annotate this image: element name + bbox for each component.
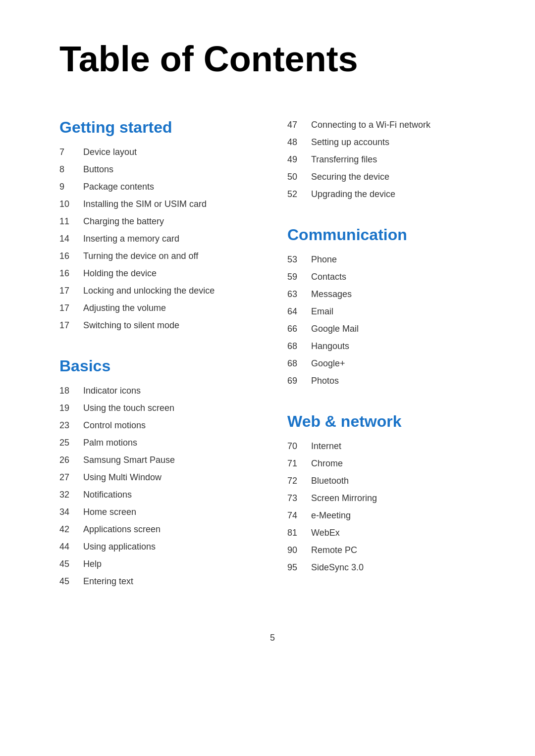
toc-page-number: 17 (59, 302, 83, 315)
toc-entry-text: Switching to silent mode (83, 319, 179, 332)
toc-entry-text: e-Meeting (311, 509, 351, 522)
toc-entry-text: Inserting a memory card (83, 232, 179, 246)
toc-page-number: 25 (59, 436, 83, 450)
toc-entry-text: Using applications (83, 540, 156, 554)
toc-page-number: 72 (287, 474, 311, 488)
toc-item: 9Package contents (59, 180, 258, 194)
toc-entry-text: Adjusting the volume (83, 302, 166, 315)
toc-entry-text: Setting up accounts (311, 136, 389, 149)
section-title-basics: Basics (59, 357, 258, 375)
toc-page-number: 11 (59, 215, 83, 228)
toc-item: 64Email (287, 305, 485, 318)
toc-page-number: 16 (59, 250, 83, 263)
toc-entry-text: Indicator icons (83, 384, 141, 398)
toc-entry-text: Locking and unlocking the device (83, 284, 214, 298)
toc-page-number: 9 (59, 180, 83, 194)
toc-page-number: 50 (287, 170, 311, 184)
toc-entry-text: Messages (311, 288, 352, 301)
toc-entry-text: Help (83, 557, 102, 571)
toc-page-number: 44 (59, 540, 83, 554)
toc-item: 48Setting up accounts (287, 136, 485, 149)
toc-page-number: 45 (59, 557, 83, 571)
toc-entry-text: Upgrading the device (311, 188, 395, 201)
toc-item: 69Photos (287, 374, 485, 388)
toc-item: 52Upgrading the device (287, 188, 485, 201)
toc-page-number: 34 (59, 505, 83, 519)
toc-item: 17Switching to silent mode (59, 319, 258, 332)
toc-page-number: 64 (287, 305, 311, 318)
toc-item: 47Connecting to a Wi-Fi network (287, 118, 485, 132)
toc-entry-text: Securing the device (311, 170, 389, 184)
toc-entry-text: Photos (311, 374, 339, 388)
toc-page-number: 27 (59, 471, 83, 484)
toc-entry-text: Transferring files (311, 153, 377, 166)
section-title-communication: Communication (287, 226, 485, 244)
toc-entry-text: SideSync 3.0 (311, 561, 364, 574)
toc-entry-text: Control motions (83, 419, 146, 432)
toc-item: 90Remote PC (287, 544, 485, 557)
toc-entry-text: Device layout (83, 146, 137, 159)
toc-page-number: 69 (287, 374, 311, 388)
toc-entry-text: Chrome (311, 457, 343, 470)
toc-page-number: 8 (59, 163, 83, 176)
toc-item: 44Using applications (59, 540, 258, 554)
toc-entry-text: Remote PC (311, 544, 357, 557)
toc-item: 7Device layout (59, 146, 258, 159)
toc-item: 72Bluetooth (287, 474, 485, 488)
toc-item: 70Internet (287, 440, 485, 453)
toc-page-number: 42 (59, 523, 83, 536)
toc-item: 26Samsung Smart Pause (59, 454, 258, 467)
toc-page-number: 53 (287, 253, 311, 266)
toc-item: 10Installing the SIM or USIM card (59, 198, 258, 211)
toc-page-number: 49 (287, 153, 311, 166)
right-column: 47Connecting to a Wi-Fi network48Setting… (287, 118, 485, 613)
section-continued: 47Connecting to a Wi-Fi network48Setting… (287, 118, 485, 201)
toc-page-number: 63 (287, 288, 311, 301)
toc-page-number: 17 (59, 319, 83, 332)
toc-entry-text: Package contents (83, 180, 154, 194)
toc-item: 19Using the touch screen (59, 402, 258, 415)
toc-entry-text: Turning the device on and off (83, 250, 198, 263)
toc-item: 68Google+ (287, 357, 485, 370)
toc-item: 71Chrome (287, 457, 485, 470)
toc-entry-text: Using the touch screen (83, 402, 174, 415)
toc-entry-text: Notifications (83, 488, 132, 502)
toc-item: 18Indicator icons (59, 384, 258, 398)
toc-item: 63Messages (287, 288, 485, 301)
toc-page-number: 59 (287, 270, 311, 284)
toc-entry-text: Email (311, 305, 333, 318)
toc-item: 11Charging the battery (59, 215, 258, 228)
toc-entry-text: Google+ (311, 357, 345, 370)
toc-page-number: 81 (287, 526, 311, 540)
toc-entry-text: Hangouts (311, 340, 349, 353)
toc-entry-text: Entering text (83, 575, 133, 588)
toc-item: 32Notifications (59, 488, 258, 502)
section-title-getting-started: Getting started (59, 118, 258, 137)
toc-entry-text: Phone (311, 253, 337, 266)
toc-page-number: 7 (59, 146, 83, 159)
toc-page-number: 10 (59, 198, 83, 211)
toc-entry-text: Installing the SIM or USIM card (83, 198, 207, 211)
toc-page-number: 19 (59, 402, 83, 415)
toc-item: 81WebEx (287, 526, 485, 540)
toc-entry-text: Buttons (83, 163, 113, 176)
toc-page-number: 45 (59, 575, 83, 588)
toc-item: 42Applications screen (59, 523, 258, 536)
toc-entry-text: Contacts (311, 270, 346, 284)
toc-page-number: 26 (59, 454, 83, 467)
section-title-web-network: Web & network (287, 412, 485, 431)
toc-item: 14Inserting a memory card (59, 232, 258, 246)
toc-entry-text: Palm motions (83, 436, 137, 450)
toc-page-number: 73 (287, 492, 311, 505)
page-number: 5 (59, 633, 485, 643)
toc-page-number: 17 (59, 284, 83, 298)
toc-entry-text: Holding the device (83, 267, 157, 280)
toc-page-number: 71 (287, 457, 311, 470)
toc-item: 16Holding the device (59, 267, 258, 280)
toc-item: 53Phone (287, 253, 485, 266)
toc-item: 27Using Multi Window (59, 471, 258, 484)
toc-entry-text: Home screen (83, 505, 136, 519)
section-web-network: Web & network70Internet71Chrome72Bluetoo… (287, 412, 485, 574)
toc-page-number: 95 (287, 561, 311, 574)
page-title: Table of Contents (59, 40, 485, 79)
